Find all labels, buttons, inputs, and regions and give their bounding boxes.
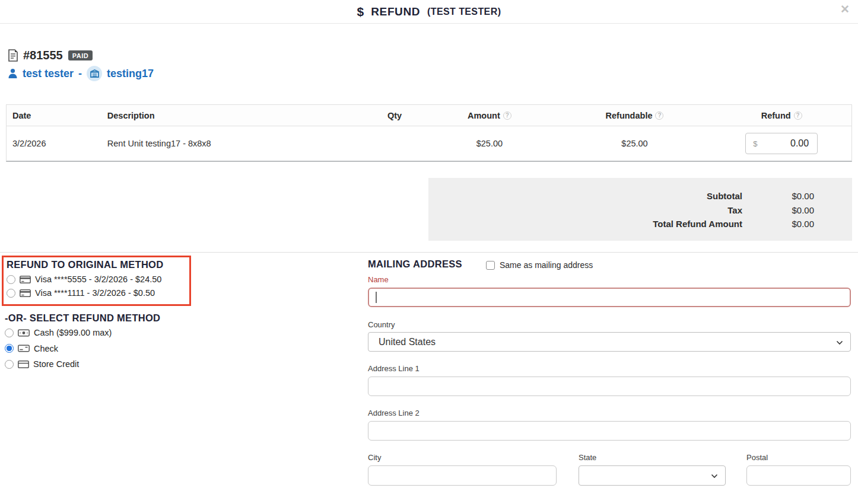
line-items-table: Date Description Qty Amount ? Refundable…	[6, 104, 852, 162]
dollar-icon: $	[357, 5, 364, 19]
radio-cash[interactable]	[5, 328, 14, 337]
total-refund-label: Total Refund Amount	[653, 219, 742, 229]
column-header-date: Date	[7, 111, 107, 120]
chevron-down-icon	[836, 337, 843, 347]
cell-refundable: $25.00	[558, 139, 712, 148]
currency-prefix: $	[746, 139, 757, 148]
invoice-icon	[8, 49, 18, 62]
column-header-description: Description	[107, 111, 368, 120]
original-method-option-visa1111[interactable]: Visa ****1111 - 3/2/2026 - $0.50	[7, 288, 189, 298]
column-header-qty: Qty	[368, 111, 421, 120]
help-icon[interactable]: ?	[794, 111, 802, 120]
summary-row-total: Total Refund Amount $0.00	[428, 217, 852, 231]
summary-row-tax: Tax $0.00	[428, 203, 852, 218]
address-line-1-label: Address Line 1	[368, 364, 420, 373]
original-method-option-visa5555[interactable]: Visa ****5555 - 3/2/2026 - $24.50	[7, 275, 189, 284]
store-credit-icon	[18, 361, 29, 368]
method-option-cash[interactable]: Cash ($999.00 max)	[5, 325, 112, 341]
text-cursor	[376, 292, 377, 303]
option-label: Visa ****1111 - 3/2/2026 - $0.50	[35, 288, 155, 298]
cell-refund: $	[711, 133, 851, 154]
cell-amount: $25.00	[421, 139, 558, 148]
table-header-row: Date Description Qty Amount ? Refundable…	[7, 105, 851, 126]
check-icon	[18, 344, 30, 352]
modal-title-wrap: $ REFUND (TEST TESTER)	[0, 0, 858, 24]
total-refund-value: $0.00	[742, 219, 852, 229]
city-label: City	[368, 453, 381, 462]
country-label: Country	[368, 320, 395, 329]
city-input[interactable]	[368, 465, 557, 486]
method-option-store-credit[interactable]: Store Credit	[5, 356, 112, 372]
column-header-refund: Refund ?	[711, 111, 851, 120]
country-select[interactable]: United States	[368, 332, 851, 352]
method-option-check[interactable]: Check	[5, 341, 112, 357]
credit-card-icon	[20, 289, 31, 297]
invoice-number: #81555	[23, 49, 63, 62]
postal-input[interactable]	[746, 465, 851, 486]
unit-link[interactable]: testing17	[107, 68, 154, 80]
column-header-refundable: Refundable ?	[558, 111, 712, 120]
option-label: Check	[34, 344, 58, 353]
tax-value: $0.00	[742, 205, 852, 215]
help-icon[interactable]: ?	[503, 111, 511, 120]
modal-subtitle: (TEST TESTER)	[427, 7, 501, 17]
customer-link[interactable]: test tester	[23, 68, 74, 80]
address-line-1-input[interactable]	[368, 377, 851, 396]
refund-summary: Subtotal $0.00 Tax $0.00 Total Refund Am…	[428, 178, 852, 241]
customer-icon	[8, 68, 18, 79]
select-method-heading: -OR- SELECT REFUND METHOD	[5, 312, 160, 324]
table-row: 3/2/2026 Rent Unit testing17 - 8x8x8 $25…	[7, 126, 851, 161]
radio-visa1111[interactable]	[7, 289, 15, 298]
close-icon[interactable]: ✕	[840, 4, 850, 15]
cell-description: Rent Unit testing17 - 8x8x8	[107, 139, 368, 148]
invoice-header: #81555 PAID	[8, 49, 93, 62]
separator: -	[78, 68, 82, 80]
status-badge: PAID	[68, 50, 93, 60]
select-method-options: Cash ($999.00 max) Check Store Credit	[5, 325, 112, 372]
summary-row-subtotal: Subtotal $0.00	[428, 189, 852, 203]
refund-amount-field-wrap: $	[745, 133, 818, 154]
postal-label: Postal	[746, 453, 768, 462]
option-label: Visa ****5555 - 3/2/2026 - $24.50	[35, 275, 161, 284]
state-select[interactable]	[579, 465, 726, 486]
refund-original-method-section: REFUND TO ORIGINAL METHOD Visa ****5555 …	[2, 256, 191, 306]
address-line-2-label: Address Line 2	[368, 409, 420, 417]
address-line-2-input[interactable]	[368, 421, 851, 441]
help-icon[interactable]: ?	[655, 111, 663, 120]
customer-line: test tester - testing17	[8, 66, 154, 81]
chevron-down-icon	[711, 470, 718, 481]
same-as-mailing-row[interactable]: Same as mailing address	[486, 260, 593, 270]
mailing-address-heading: MAILING ADDRESS	[368, 259, 462, 270]
option-label: Cash ($999.00 max)	[34, 328, 112, 337]
column-header-amount: Amount ?	[421, 111, 558, 120]
option-label: Store Credit	[33, 359, 79, 369]
refund-amount-input[interactable]	[757, 138, 817, 149]
radio-visa5555[interactable]	[7, 275, 15, 284]
checkbox-label: Same as mailing address	[500, 260, 593, 270]
name-input[interactable]	[368, 288, 851, 307]
state-label: State	[579, 453, 596, 462]
country-value: United States	[379, 337, 836, 347]
modal-title: REFUND	[371, 5, 420, 18]
tax-label: Tax	[727, 205, 742, 215]
cell-date: 3/2/2026	[7, 139, 107, 148]
same-as-mailing-checkbox[interactable]	[486, 261, 495, 270]
radio-store-credit[interactable]	[5, 360, 14, 369]
unit-icon	[87, 66, 102, 81]
radio-check[interactable]	[5, 344, 14, 353]
name-label: Name	[368, 275, 389, 284]
credit-card-icon	[20, 276, 31, 283]
cash-icon	[18, 329, 30, 337]
subtotal-label: Subtotal	[707, 191, 742, 201]
original-method-heading: REFUND TO ORIGINAL METHOD	[7, 259, 189, 270]
modal-header: $ REFUND (TEST TESTER) ✕	[0, 0, 858, 24]
subtotal-value: $0.00	[742, 191, 852, 201]
refund-modal: $ REFUND (TEST TESTER) ✕ #81555 PAID tes…	[0, 0, 858, 504]
divider	[0, 252, 858, 253]
